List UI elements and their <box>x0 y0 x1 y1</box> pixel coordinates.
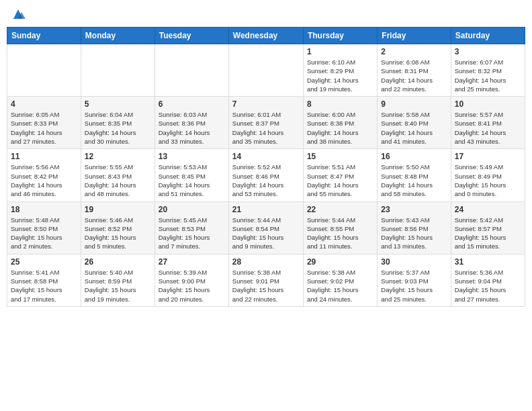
weekday-header: Wednesday <box>228 28 303 44</box>
calendar-week-row: 4Sunrise: 6:05 AM Sunset: 8:33 PM Daylig… <box>7 97 525 149</box>
day-number: 26 <box>85 257 151 267</box>
calendar-cell <box>228 44 303 97</box>
calendar-cell: 15Sunrise: 5:51 AM Sunset: 8:47 PM Dayli… <box>303 149 377 201</box>
day-number: 2 <box>381 47 447 56</box>
logo-icon <box>11 7 26 21</box>
calendar-table: SundayMondayTuesdayWednesdayThursdayFrid… <box>7 27 525 307</box>
calendar-cell: 8Sunrise: 6:00 AM Sunset: 8:38 PM Daylig… <box>303 97 377 149</box>
calendar-cell: 6Sunrise: 6:03 AM Sunset: 8:36 PM Daylig… <box>154 97 228 149</box>
day-number: 7 <box>232 99 300 109</box>
weekday-header: Thursday <box>303 28 377 44</box>
day-number: 28 <box>232 257 300 267</box>
weekday-header: Sunday <box>7 28 81 44</box>
calendar-cell: 12Sunrise: 5:55 AM Sunset: 8:43 PM Dayli… <box>81 149 154 201</box>
day-info: Sunrise: 5:37 AM Sunset: 9:03 PM Dayligh… <box>381 268 447 304</box>
calendar-week-row: 25Sunrise: 5:41 AM Sunset: 8:58 PM Dayli… <box>7 254 525 306</box>
day-info: Sunrise: 5:39 AM Sunset: 9:00 PM Dayligh… <box>159 268 225 304</box>
day-info: Sunrise: 5:36 AM Sunset: 9:04 PM Dayligh… <box>455 268 521 304</box>
calendar-cell <box>7 44 81 97</box>
day-number: 23 <box>381 205 447 214</box>
day-number: 9 <box>381 99 447 109</box>
day-info: Sunrise: 5:52 AM Sunset: 8:46 PM Dayligh… <box>232 163 300 198</box>
calendar-cell: 19Sunrise: 5:46 AM Sunset: 8:52 PM Dayli… <box>81 201 154 254</box>
day-number: 15 <box>307 152 373 161</box>
calendar-cell: 22Sunrise: 5:44 AM Sunset: 8:55 PM Dayli… <box>303 201 377 254</box>
day-number: 22 <box>307 205 373 214</box>
day-info: Sunrise: 5:38 AM Sunset: 9:02 PM Dayligh… <box>307 268 373 304</box>
calendar-cell: 11Sunrise: 5:56 AM Sunset: 8:42 PM Dayli… <box>7 149 81 201</box>
day-number: 4 <box>11 99 77 109</box>
day-info: Sunrise: 5:41 AM Sunset: 8:58 PM Dayligh… <box>11 268 77 304</box>
day-info: Sunrise: 5:49 AM Sunset: 8:49 PM Dayligh… <box>455 163 521 198</box>
day-info: Sunrise: 6:08 AM Sunset: 8:31 PM Dayligh… <box>381 58 447 93</box>
calendar-week-row: 11Sunrise: 5:56 AM Sunset: 8:42 PM Dayli… <box>7 149 525 201</box>
day-info: Sunrise: 5:53 AM Sunset: 8:45 PM Dayligh… <box>159 163 225 198</box>
day-info: Sunrise: 5:48 AM Sunset: 8:50 PM Dayligh… <box>11 216 77 251</box>
calendar-week-row: 18Sunrise: 5:48 AM Sunset: 8:50 PM Dayli… <box>7 201 525 254</box>
weekday-header: Monday <box>81 28 154 44</box>
day-info: Sunrise: 5:44 AM Sunset: 8:54 PM Dayligh… <box>232 216 300 251</box>
calendar-header-row: SundayMondayTuesdayWednesdayThursdayFrid… <box>7 28 525 44</box>
day-info: Sunrise: 6:00 AM Sunset: 8:38 PM Dayligh… <box>307 110 373 146</box>
day-number: 25 <box>11 257 77 267</box>
day-info: Sunrise: 5:56 AM Sunset: 8:42 PM Dayligh… <box>11 163 77 198</box>
calendar-cell: 29Sunrise: 5:38 AM Sunset: 9:02 PM Dayli… <box>303 254 377 306</box>
calendar-cell: 1Sunrise: 6:10 AM Sunset: 8:29 PM Daylig… <box>303 44 377 97</box>
calendar-cell: 24Sunrise: 5:42 AM Sunset: 8:57 PM Dayli… <box>451 201 525 254</box>
calendar-cell: 2Sunrise: 6:08 AM Sunset: 8:31 PM Daylig… <box>378 44 451 97</box>
calendar-cell: 17Sunrise: 5:49 AM Sunset: 8:49 PM Dayli… <box>451 149 525 201</box>
calendar-cell: 9Sunrise: 5:58 AM Sunset: 8:40 PM Daylig… <box>378 97 451 149</box>
day-info: Sunrise: 6:01 AM Sunset: 8:37 PM Dayligh… <box>232 110 300 146</box>
day-info: Sunrise: 5:45 AM Sunset: 8:53 PM Dayligh… <box>159 216 225 251</box>
day-number: 10 <box>455 99 521 109</box>
day-number: 8 <box>307 99 373 109</box>
page-header <box>7 7 525 21</box>
calendar-cell: 3Sunrise: 6:07 AM Sunset: 8:32 PM Daylig… <box>451 44 525 97</box>
day-number: 27 <box>159 257 225 267</box>
calendar-cell: 14Sunrise: 5:52 AM Sunset: 8:46 PM Dayli… <box>228 149 303 201</box>
calendar-cell: 20Sunrise: 5:45 AM Sunset: 8:53 PM Dayli… <box>154 201 228 254</box>
day-info: Sunrise: 5:58 AM Sunset: 8:40 PM Dayligh… <box>381 110 447 146</box>
day-number: 29 <box>307 257 373 267</box>
day-number: 5 <box>85 99 151 109</box>
day-number: 30 <box>381 257 447 267</box>
calendar-cell: 4Sunrise: 6:05 AM Sunset: 8:33 PM Daylig… <box>7 97 81 149</box>
day-number: 11 <box>11 152 77 161</box>
day-number: 24 <box>455 205 521 214</box>
day-info: Sunrise: 6:10 AM Sunset: 8:29 PM Dayligh… <box>307 58 373 93</box>
calendar-cell: 27Sunrise: 5:39 AM Sunset: 9:00 PM Dayli… <box>154 254 228 306</box>
weekday-header: Friday <box>378 28 451 44</box>
calendar-cell: 21Sunrise: 5:44 AM Sunset: 8:54 PM Dayli… <box>228 201 303 254</box>
day-number: 16 <box>381 152 447 161</box>
weekday-header: Tuesday <box>154 28 228 44</box>
calendar-cell: 10Sunrise: 5:57 AM Sunset: 8:41 PM Dayli… <box>451 97 525 149</box>
day-info: Sunrise: 5:55 AM Sunset: 8:43 PM Dayligh… <box>85 163 151 198</box>
day-info: Sunrise: 5:57 AM Sunset: 8:41 PM Dayligh… <box>455 110 521 146</box>
calendar-cell: 31Sunrise: 5:36 AM Sunset: 9:04 PM Dayli… <box>451 254 525 306</box>
calendar-cell: 30Sunrise: 5:37 AM Sunset: 9:03 PM Dayli… <box>378 254 451 306</box>
day-number: 17 <box>455 152 521 161</box>
day-info: Sunrise: 5:46 AM Sunset: 8:52 PM Dayligh… <box>85 216 151 251</box>
day-info: Sunrise: 6:03 AM Sunset: 8:36 PM Dayligh… <box>159 110 225 146</box>
calendar-cell: 5Sunrise: 6:04 AM Sunset: 8:35 PM Daylig… <box>81 97 154 149</box>
day-info: Sunrise: 5:44 AM Sunset: 8:55 PM Dayligh… <box>307 216 373 251</box>
calendar-cell: 7Sunrise: 6:01 AM Sunset: 8:37 PM Daylig… <box>228 97 303 149</box>
calendar-cell: 25Sunrise: 5:41 AM Sunset: 8:58 PM Dayli… <box>7 254 81 306</box>
day-info: Sunrise: 5:43 AM Sunset: 8:56 PM Dayligh… <box>381 216 447 251</box>
calendar-cell: 26Sunrise: 5:40 AM Sunset: 8:59 PM Dayli… <box>81 254 154 306</box>
calendar-cell: 13Sunrise: 5:53 AM Sunset: 8:45 PM Dayli… <box>154 149 228 201</box>
day-number: 13 <box>159 152 225 161</box>
day-info: Sunrise: 6:04 AM Sunset: 8:35 PM Dayligh… <box>85 110 151 146</box>
calendar-cell: 18Sunrise: 5:48 AM Sunset: 8:50 PM Dayli… <box>7 201 81 254</box>
day-number: 12 <box>85 152 151 161</box>
day-info: Sunrise: 5:38 AM Sunset: 9:01 PM Dayligh… <box>232 268 300 304</box>
calendar-cell: 23Sunrise: 5:43 AM Sunset: 8:56 PM Dayli… <box>378 201 451 254</box>
calendar-cell <box>154 44 228 97</box>
day-number: 3 <box>455 47 521 56</box>
day-info: Sunrise: 5:51 AM Sunset: 8:47 PM Dayligh… <box>307 163 373 198</box>
day-info: Sunrise: 6:05 AM Sunset: 8:33 PM Dayligh… <box>11 110 77 146</box>
day-number: 1 <box>307 47 373 56</box>
day-info: Sunrise: 5:42 AM Sunset: 8:57 PM Dayligh… <box>455 216 521 251</box>
day-number: 14 <box>232 152 300 161</box>
calendar-cell <box>81 44 154 97</box>
